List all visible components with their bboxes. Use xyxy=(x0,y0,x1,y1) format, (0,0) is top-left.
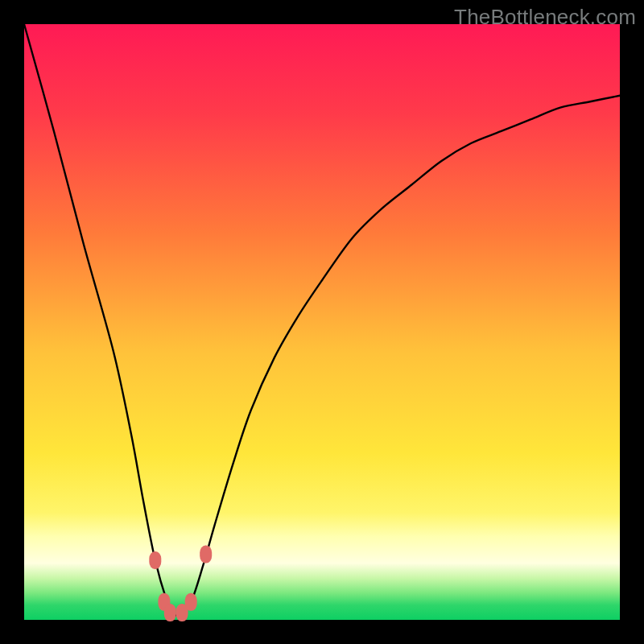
marker-bottom-left xyxy=(164,604,176,621)
plot-area xyxy=(24,24,620,620)
curve-markers xyxy=(149,546,212,622)
bottleneck-curve xyxy=(24,24,620,615)
marker-left-upper xyxy=(149,551,161,569)
chart-svg xyxy=(24,24,620,620)
marker-right-lower xyxy=(185,593,197,611)
marker-right-upper xyxy=(200,546,212,564)
